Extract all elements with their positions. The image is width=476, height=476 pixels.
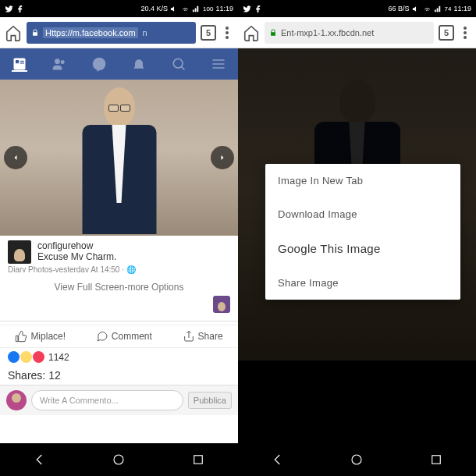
share-button[interactable]: Share <box>183 330 223 343</box>
svg-point-9 <box>352 455 361 464</box>
shares-row[interactable]: Shares: 12 <box>0 366 238 385</box>
facebook-icon <box>254 5 262 13</box>
svg-point-6 <box>173 59 183 68</box>
svg-rect-0 <box>14 59 26 70</box>
comment-input[interactable]: Write A Commento... <box>31 390 183 410</box>
like-reaction-icon <box>8 351 20 363</box>
svg-rect-10 <box>432 456 441 464</box>
battery-level: 74 <box>445 5 452 12</box>
menu-open-new-tab[interactable]: Image In New Tab <box>265 164 460 197</box>
tagged-avatar[interactable] <box>213 296 230 313</box>
friends-icon[interactable] <box>52 56 67 72</box>
menu-icon[interactable] <box>211 56 226 72</box>
status-speed: 66 B/S <box>389 5 410 12</box>
menu-share-image[interactable]: Share Image <box>265 266 460 300</box>
svg-rect-2 <box>20 61 24 62</box>
home-icon[interactable] <box>5 24 22 41</box>
mute-icon <box>170 5 179 13</box>
next-photo-button[interactable] <box>211 146 234 169</box>
post-actions: Miplace! Comment Share <box>0 325 238 348</box>
post-photo[interactable] <box>0 80 238 236</box>
user-avatar[interactable] <box>6 390 27 410</box>
haha-reaction-icon <box>20 351 32 363</box>
facebook-nav <box>0 48 238 80</box>
reaction-count: 1142 <box>48 352 69 363</box>
twitter-icon <box>243 5 251 13</box>
feed-icon[interactable] <box>12 56 27 72</box>
screenshot-right: 66 B/S 74 11:19 Ent-mxp1-1.xx.fbcdn.net … <box>238 0 476 476</box>
person-figure <box>73 87 166 236</box>
context-menu: Image In New Tab Download Image Google T… <box>265 164 460 300</box>
lock-icon <box>269 29 277 37</box>
messenger-icon[interactable] <box>91 56 107 72</box>
svg-rect-3 <box>20 62 24 63</box>
recents-icon[interactable] <box>428 452 444 467</box>
home-icon[interactable] <box>243 24 260 41</box>
browser-toolbar: Https://m.facebook.comn 5 <box>0 17 238 48</box>
svg-rect-1 <box>16 60 19 63</box>
signal-icon <box>192 5 201 13</box>
status-bar: 66 B/S 74 11:19 <box>238 0 476 17</box>
svg-point-4 <box>55 59 60 64</box>
status-time: 11:19 <box>453 5 471 12</box>
post-timestamp: Diarv Photos-vesterdav At 14:50 · 🌐 <box>8 265 230 274</box>
signal-icon <box>434 5 442 13</box>
back-icon[interactable] <box>32 452 48 467</box>
mute-icon <box>412 5 421 13</box>
lock-icon <box>31 29 39 37</box>
notifications-icon[interactable] <box>131 56 147 72</box>
overflow-menu-icon[interactable] <box>221 27 233 39</box>
author-name[interactable]: configurehow <box>37 240 116 251</box>
like-button[interactable]: Miplace! <box>15 330 66 343</box>
svg-rect-8 <box>194 456 203 464</box>
wifi-icon <box>423 5 432 13</box>
status-bar: 20.4 K/S 100 11:19 <box>0 0 238 17</box>
post-caption: Excuse Mv Charm. <box>37 251 116 262</box>
svg-point-7 <box>114 455 123 464</box>
menu-google-image[interactable]: Google This Image <box>265 231 460 266</box>
divider <box>0 321 238 321</box>
status-time: 11:19 <box>215 5 233 12</box>
address-bar[interactable]: Https://m.facebook.comn <box>27 22 196 44</box>
facebook-icon <box>16 5 24 13</box>
comment-box: Write A Commento... Pubblica <box>0 385 238 415</box>
publish-button[interactable]: Pubblica <box>188 392 232 409</box>
view-fullscreen-link[interactable]: View Full Screen-more Options <box>8 282 230 293</box>
comment-button[interactable]: Comment <box>96 330 152 343</box>
search-icon[interactable] <box>171 56 186 72</box>
menu-download-image[interactable]: Download Image <box>265 197 460 231</box>
address-bar[interactable]: Ent-mxp1-1.xx.fbcdn.net <box>265 22 434 44</box>
url-text: Ent-mxp1-1.xx.fbcdn.net <box>281 28 374 37</box>
battery-level: 100 <box>203 5 213 12</box>
home-nav-icon[interactable] <box>349 452 364 467</box>
wifi-icon <box>181 5 190 13</box>
screenshot-left: 20.4 K/S 100 11:19 Https://m.facebook.co… <box>0 0 238 476</box>
twitter-icon <box>5 5 13 13</box>
page-content: Image In New Tab Download Image Google T… <box>238 48 476 443</box>
overflow-menu-icon[interactable] <box>459 27 471 39</box>
love-reaction-icon <box>33 351 44 363</box>
system-navbar <box>0 443 238 476</box>
home-nav-icon[interactable] <box>111 452 126 467</box>
status-speed: 20.4 K/S <box>141 5 169 12</box>
tabs-button[interactable]: 5 <box>201 25 216 41</box>
url-text: Https://m.facebook.com <box>43 27 138 38</box>
post-meta: configurehow Excuse Mv Charm. Diarv Phot… <box>0 236 238 318</box>
reactions-row[interactable]: 1142 <box>0 348 238 366</box>
author-avatar[interactable] <box>8 240 31 264</box>
prev-photo-button[interactable] <box>4 146 27 169</box>
back-icon[interactable] <box>270 452 286 467</box>
tabs-button[interactable]: 5 <box>439 25 454 41</box>
browser-toolbar: Ent-mxp1-1.xx.fbcdn.net 5 <box>238 17 476 48</box>
system-navbar <box>238 443 476 476</box>
svg-point-5 <box>61 60 65 64</box>
recents-icon[interactable] <box>190 452 206 467</box>
